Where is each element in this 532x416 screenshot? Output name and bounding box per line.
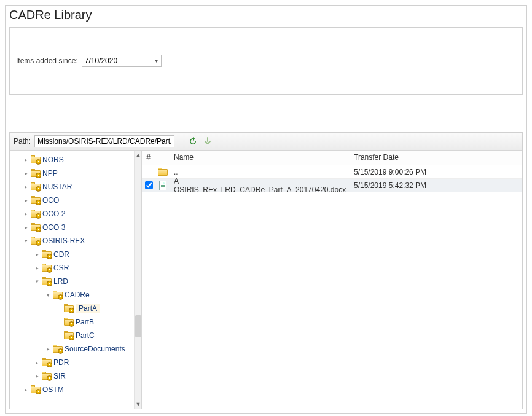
tree-node-label[interactable]: OSIRIS-REX bbox=[42, 237, 85, 245]
tree-node[interactable]: ▸ NUSTAR bbox=[12, 180, 141, 194]
folder-icon bbox=[31, 385, 41, 394]
tree-pane: ▸ NORS ▸ NPP ▸ NUSTAR ▸ OCO ▸ OCO 2 ▸ OC… bbox=[10, 151, 142, 409]
tree-node-label[interactable]: PartC bbox=[76, 331, 95, 340]
tree-expander-icon[interactable]: ▸ bbox=[23, 184, 29, 190]
tree-node-label[interactable]: NORS bbox=[42, 155, 64, 164]
folder-icon bbox=[42, 372, 52, 380]
col-date-header[interactable]: Transfer Date bbox=[350, 151, 522, 165]
tree-node[interactable]: ▸ OCO 3 bbox=[12, 221, 141, 234]
col-check-header[interactable]: # bbox=[142, 151, 155, 165]
refresh-button[interactable] bbox=[187, 136, 198, 147]
tree-node[interactable]: ▾ LRD bbox=[12, 275, 141, 288]
tree-node-label[interactable]: PartB bbox=[76, 318, 94, 326]
download-icon bbox=[203, 137, 212, 146]
tree-expander-icon[interactable]: ▸ bbox=[34, 252, 40, 257]
folder-icon bbox=[158, 168, 168, 176]
tree-node-label[interactable]: PartA bbox=[76, 304, 100, 313]
tree-scrollbar[interactable]: ▲ ▼ bbox=[134, 151, 141, 409]
path-label: Path: bbox=[14, 137, 31, 146]
folder-icon bbox=[64, 331, 74, 340]
filter-label: Items added since: bbox=[16, 57, 78, 65]
folder-icon bbox=[64, 304, 74, 313]
folder-icon bbox=[31, 223, 41, 232]
tree-node[interactable]: PartA bbox=[12, 302, 141, 315]
folder-icon bbox=[31, 169, 41, 178]
tree-expander-icon[interactable]: ▸ bbox=[34, 374, 40, 379]
folder-icon bbox=[42, 250, 52, 259]
file-explorer: Path: ▸ NORS ▸ NPP ▸ NUSTAR bbox=[9, 132, 523, 409]
tree-expander-icon[interactable]: ▸ bbox=[23, 157, 29, 163]
tree-expander-icon[interactable]: ▸ bbox=[45, 347, 51, 352]
document-icon bbox=[159, 181, 166, 190]
tree-node[interactable]: PartC bbox=[12, 329, 141, 342]
file-grid: # Name Transfer Date .. 5/15/2019 9:00:2… bbox=[142, 151, 522, 409]
tree-node[interactable]: ▸ OCO 2 bbox=[12, 207, 141, 221]
folder-icon bbox=[53, 345, 63, 353]
tree-expander-icon[interactable]: ▾ bbox=[23, 238, 29, 244]
folder-tree[interactable]: ▸ NORS ▸ NPP ▸ NUSTAR ▸ OCO ▸ OCO 2 ▸ OC… bbox=[10, 153, 141, 396]
tree-node-label[interactable]: PDR bbox=[53, 358, 69, 367]
tree-node[interactable]: ▸ NPP bbox=[12, 167, 141, 180]
tree-node-label[interactable]: CDR bbox=[53, 250, 69, 259]
folder-icon bbox=[31, 155, 41, 164]
parent-folder-link[interactable]: .. bbox=[174, 168, 178, 176]
file-name[interactable]: A OSIRIS_REx_LRD_CADRe_Part_A_20170420.d… bbox=[174, 177, 346, 194]
date-since-input[interactable] bbox=[82, 55, 162, 67]
page-title: CADRe Library bbox=[6, 6, 526, 27]
tree-node[interactable]: ▾ OSIRIS-REX bbox=[12, 234, 141, 248]
tree-expander-icon[interactable]: ▸ bbox=[23, 387, 29, 393]
tree-node[interactable]: ▸ PDR bbox=[12, 356, 141, 369]
tree-node[interactable]: PartB bbox=[12, 315, 141, 329]
tree-expander-icon[interactable]: ▸ bbox=[34, 360, 40, 366]
tree-node-label[interactable]: CSR bbox=[53, 264, 69, 272]
tree-node[interactable]: ▸ SourceDocuments bbox=[12, 342, 141, 356]
tree-node-label[interactable]: NUSTAR bbox=[42, 182, 72, 191]
tree-expander-icon[interactable]: ▸ bbox=[23, 225, 29, 230]
tree-node-label[interactable]: CADRe bbox=[65, 291, 90, 299]
grid-row[interactable]: A OSIRIS_REx_LRD_CADRe_Part_A_20170420.d… bbox=[142, 179, 522, 192]
tree-node-label[interactable]: OCO 3 bbox=[42, 223, 65, 232]
tree-node-label[interactable]: OSTM bbox=[42, 385, 64, 394]
tree-node[interactable]: ▸ OCO bbox=[12, 194, 141, 207]
folder-icon bbox=[64, 318, 74, 326]
tree-expander-icon[interactable]: ▸ bbox=[23, 198, 29, 203]
tree-node-label[interactable]: SIR bbox=[53, 372, 66, 380]
tree-node[interactable]: ▸ SIR bbox=[12, 369, 141, 383]
refresh-icon bbox=[188, 136, 198, 146]
folder-icon bbox=[53, 291, 63, 299]
file-date: 5/15/2019 5:42:32 PM bbox=[350, 181, 522, 190]
scroll-thumb[interactable] bbox=[135, 315, 141, 337]
toolbar-separator bbox=[181, 136, 181, 147]
tree-node[interactable]: ▸ CSR bbox=[12, 261, 141, 275]
folder-icon bbox=[31, 196, 41, 205]
tree-node[interactable]: ▾ CADRe bbox=[12, 288, 141, 302]
tree-node-label[interactable]: OCO bbox=[42, 196, 59, 205]
tree-node-label[interactable]: LRD bbox=[53, 277, 68, 286]
grid-header: # Name Transfer Date bbox=[142, 151, 522, 165]
tree-node-label[interactable]: NPP bbox=[42, 169, 58, 178]
tree-expander-icon[interactable]: ▾ bbox=[34, 279, 40, 285]
tree-expander-icon[interactable]: ▾ bbox=[45, 292, 51, 298]
app-frame: CADRe Library Items added since: ▼ Path: bbox=[5, 5, 527, 414]
tree-node[interactable]: ▸ CDR bbox=[12, 248, 141, 261]
scroll-down-icon[interactable]: ▼ bbox=[135, 400, 142, 409]
filter-panel: Items added since: ▼ bbox=[9, 27, 523, 95]
tree-expander-icon[interactable]: ▸ bbox=[23, 171, 29, 176]
scroll-up-icon[interactable]: ▲ bbox=[135, 151, 142, 159]
folder-icon bbox=[42, 277, 52, 286]
folder-icon bbox=[31, 210, 41, 218]
tree-node-label[interactable]: OCO 2 bbox=[42, 210, 65, 218]
tree-node-label[interactable]: SourceDocuments bbox=[65, 345, 125, 353]
folder-icon bbox=[31, 182, 41, 191]
tree-node[interactable]: ▸ OSTM bbox=[12, 383, 141, 396]
row-checkbox[interactable] bbox=[145, 181, 153, 189]
tree-expander-icon[interactable]: ▸ bbox=[34, 265, 40, 271]
folder-icon bbox=[31, 237, 41, 245]
path-input[interactable] bbox=[34, 135, 174, 147]
download-button[interactable] bbox=[202, 136, 213, 147]
tree-expander-icon[interactable]: ▸ bbox=[23, 211, 29, 217]
tree-node[interactable]: ▸ NORS bbox=[12, 153, 141, 167]
col-icon-header bbox=[155, 151, 170, 165]
folder-icon bbox=[42, 358, 52, 367]
col-name-header[interactable]: Name bbox=[170, 151, 350, 165]
